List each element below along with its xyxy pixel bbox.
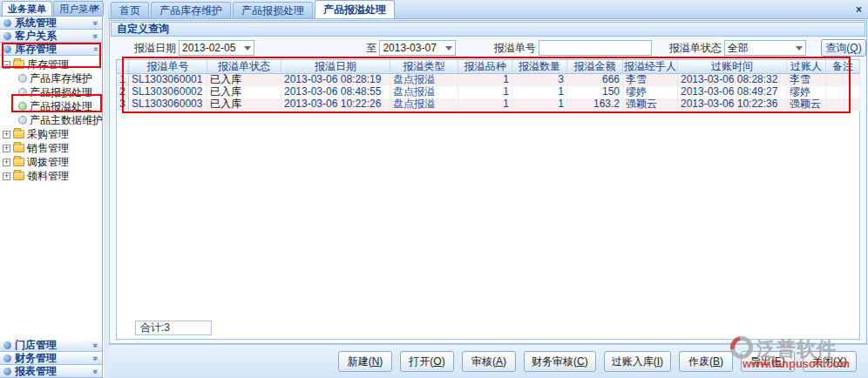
cell: SL1303060003 xyxy=(129,98,207,111)
folder-icon xyxy=(13,60,24,69)
table-row[interactable]: 3SL1303060003已入库2013-03-06 10:22:26盘点报溢1… xyxy=(117,98,859,111)
column-header-报溢日期[interactable]: 报溢日期 xyxy=(281,60,390,73)
column-header-报溢经手人[interactable]: 报溢经手人 xyxy=(623,60,678,73)
expand-icon[interactable]: + xyxy=(3,145,10,152)
chevron-icon: » xyxy=(92,368,101,374)
folder-icon xyxy=(13,172,24,180)
sidebar-item-调拨管理[interactable]: +调拨管理 xyxy=(0,155,102,169)
sphere-icon xyxy=(3,45,11,53)
dropdown-arrow-icon xyxy=(244,46,251,51)
cell: 163.2 xyxy=(567,98,623,111)
column-header-备注[interactable]: 备注 xyxy=(826,60,860,73)
sidebar-item-产品报损处理[interactable]: 产品报损处理 xyxy=(0,85,102,99)
sidebar: 业务菜单用户菜单× 系统管理»客户关系» 库存管理 » − 库存管理 产品库存维… xyxy=(0,0,103,378)
column-header-报溢数量[interactable]: 报溢数量 xyxy=(512,60,567,73)
cell: 2013-03-06 08:28:32 xyxy=(678,74,787,86)
button-财务审核[interactable]: 财务审核(C) xyxy=(524,351,596,372)
sphere-icon xyxy=(3,19,11,27)
gear-icon xyxy=(18,88,27,97)
button-作废[interactable]: 作废(B) xyxy=(679,351,733,372)
sidebar-accordion-top: 系统管理»客户关系» xyxy=(0,17,102,43)
tree-item-label: 领料管理 xyxy=(27,169,69,184)
button-导出[interactable]: 导出(E) xyxy=(741,351,795,372)
accordion-header-报表管理[interactable]: 报表管理» xyxy=(0,365,102,378)
sphere-icon xyxy=(3,341,11,349)
cell: 强颖云 xyxy=(623,98,678,111)
tree-root-inventory[interactable]: − 库存管理 xyxy=(0,57,102,71)
accordion-header-inventory[interactable]: 库存管理 » xyxy=(0,43,102,56)
cell: 1 xyxy=(458,74,512,86)
cell: 2013-03-06 10:22:36 xyxy=(678,98,787,111)
button-打开[interactable]: 打开(O) xyxy=(400,351,454,372)
gear-icon xyxy=(18,116,27,125)
column-header-报溢类型[interactable]: 报溢类型 xyxy=(390,60,458,73)
column-header-报溢单号[interactable]: 报溢单号 xyxy=(129,60,207,73)
chevron-icon: » xyxy=(92,46,101,51)
tree-item-label: 销售管理 xyxy=(27,141,69,156)
button-新建[interactable]: 新建(N) xyxy=(338,351,392,372)
sidebar-tabstrip: 业务菜单用户菜单× xyxy=(0,0,102,17)
expand-icon[interactable]: + xyxy=(3,172,10,180)
cell: 150 xyxy=(567,86,623,98)
sphere-icon xyxy=(3,354,11,362)
tab-产品报损处理[interactable]: 产品报损处理 xyxy=(233,2,313,18)
cell: SL1303060001 xyxy=(129,74,207,86)
table-row[interactable]: 1SL1303060001已入库2013-03-06 08:28:19盘点报溢1… xyxy=(117,74,859,86)
tab-首页[interactable]: 首页 xyxy=(111,2,149,18)
cell: 盘点报溢 xyxy=(390,98,458,111)
status-select[interactable]: 全部 xyxy=(724,40,806,56)
column-header-过账人[interactable]: 过账人 xyxy=(787,60,826,73)
dropdown-arrow-icon xyxy=(796,46,803,51)
button-审核[interactable]: 审核(A) xyxy=(462,351,516,372)
cell: 盘点报溢 xyxy=(390,74,458,86)
table-row[interactable]: 2SL1303060002已入库2013-03-06 08:48:55盘点报溢1… xyxy=(117,86,859,98)
sidebar-item-产品报溢处理[interactable]: 产品报溢处理 xyxy=(0,99,102,113)
sidebar-item-产品库存维护[interactable]: 产品库存维护 xyxy=(0,71,102,85)
button-关闭[interactable]: 关闭(X) xyxy=(803,351,857,372)
nav-tree: − 库存管理 产品库存维护产品报损处理产品报溢处理产品主数据维护+采购管理+销售… xyxy=(0,56,102,339)
main-close-icon[interactable]: × xyxy=(856,3,862,16)
main-tabstrip: 首页产品库存维护产品报损处理产品报溢处理× xyxy=(108,0,868,19)
gear-icon xyxy=(18,74,27,83)
button-过账入库[interactable]: 过账入库(I) xyxy=(604,351,671,372)
accordion-label: 报表管理 xyxy=(15,364,57,378)
column-header-报溢金额[interactable]: 报溢金额 xyxy=(567,60,623,73)
order-no-label: 报溢单号 xyxy=(494,41,536,56)
row-number: 3 xyxy=(117,98,129,111)
date-label: 报溢日期 xyxy=(134,41,176,56)
chevron-icon: » xyxy=(92,355,101,361)
order-no-input[interactable] xyxy=(539,40,652,56)
expand-icon[interactable]: + xyxy=(3,159,10,166)
column-header-报溢品种[interactable]: 报溢品种 xyxy=(458,60,512,73)
date-to-picker[interactable]: 2013-03-07 xyxy=(379,40,455,56)
tab-产品报溢处理[interactable]: 产品报溢处理 xyxy=(315,0,395,18)
tree-root-label: 库存管理 xyxy=(27,57,69,72)
cell: 已入库 xyxy=(207,74,281,86)
sidebar-item-销售管理[interactable]: +销售管理 xyxy=(0,141,102,155)
search-button[interactable]: 查询(Q) xyxy=(821,39,866,57)
sidebar-tab-业务菜单[interactable]: 业务菜单 xyxy=(2,1,52,16)
query-form: 报溢日期 2013-02-05 至 2013-03-07 报溢单号 报溢单状态 … xyxy=(110,37,866,58)
cell: 缪婷 xyxy=(787,86,826,98)
chevron-icon: » xyxy=(92,20,101,25)
chevron-icon: » xyxy=(92,342,101,348)
dropdown-arrow-icon xyxy=(445,46,452,51)
main-area: 首页产品库存维护产品报损处理产品报溢处理× 自定义查询 报溢日期 2013-02… xyxy=(108,0,868,378)
sidebar-item-采购管理[interactable]: +采购管理 xyxy=(0,127,102,141)
query-panel-title: 自定义查询 xyxy=(111,22,865,37)
tab-产品库存维护[interactable]: 产品库存维护 xyxy=(151,2,231,18)
sidebar-item-产品主数据维护[interactable]: 产品主数据维护 xyxy=(0,113,102,127)
cell: 已入库 xyxy=(207,86,281,98)
column-header-过账时间[interactable]: 过账时间 xyxy=(678,60,787,73)
cell xyxy=(826,86,860,98)
sidebar-item-领料管理[interactable]: +领料管理 xyxy=(0,169,102,183)
column-header-报溢单状态[interactable]: 报溢单状态 xyxy=(207,60,281,73)
sidebar-close-icon[interactable]: × xyxy=(94,3,99,11)
date-from-picker[interactable]: 2013-02-05 xyxy=(179,40,254,56)
cell: 缪婷 xyxy=(623,86,678,98)
cell: 1 xyxy=(458,86,512,98)
expand-icon[interactable]: + xyxy=(3,131,10,138)
accordion-label: 库存管理 xyxy=(15,42,57,57)
cell: 2013-03-06 08:49:27 xyxy=(678,86,787,98)
collapse-icon[interactable]: − xyxy=(3,61,10,69)
